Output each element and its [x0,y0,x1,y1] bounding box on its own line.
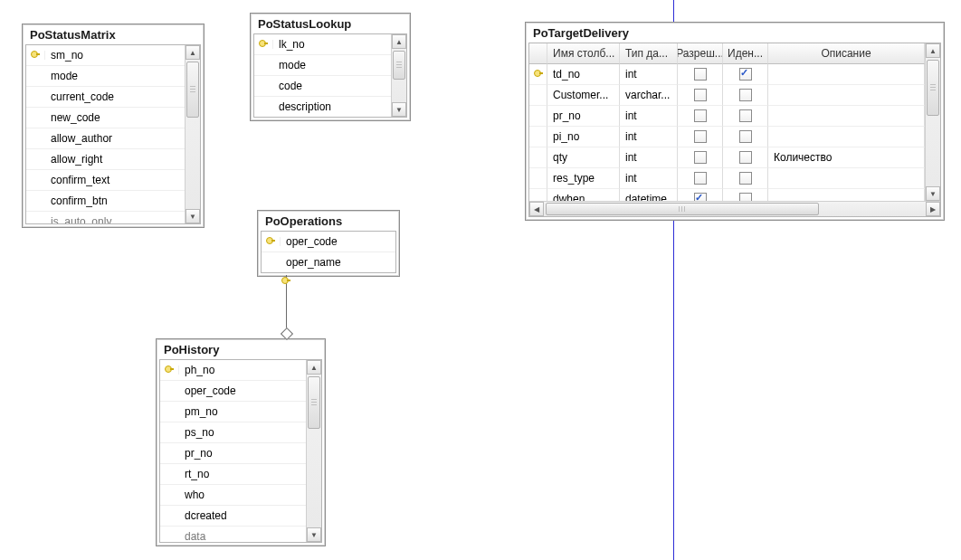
grid-cell-type[interactable]: int [620,147,678,168]
entity-postatuslookup[interactable]: PoStatusLookup lk_no mode code descripti… [250,13,411,121]
scroll-down-button[interactable]: ▼ [186,209,200,223]
grid-row[interactable]: qty int Количество [529,147,925,168]
grid-cell-name[interactable]: qty [547,147,620,168]
grid-header-nullable[interactable]: Разреш... [678,43,723,64]
grid-header-identity[interactable]: Иден... [723,43,768,64]
grid-cell-type[interactable]: varchar... [620,85,678,106]
grid-cell-type[interactable]: int [620,127,678,147]
table-row[interactable]: allow_right [26,149,185,170]
checkbox-identity[interactable] [739,193,752,201]
grid-cell-desc[interactable] [768,189,925,201]
grid-cell-type[interactable]: datetime [620,189,678,201]
scroll-right-button[interactable]: ▶ [926,202,940,216]
scroll-thumb[interactable] [393,51,405,80]
grid-cell-desc[interactable] [768,127,925,147]
table-row[interactable]: confirm_text [26,170,185,191]
grid-cell-name[interactable]: pr_no [547,106,620,127]
checkbox-identity[interactable] [739,89,752,101]
scroll-up-button[interactable]: ▲ [392,34,406,49]
table-row[interactable]: oper_code [262,232,395,252]
column-list[interactable]: sm_no mode current_code new_code allow_a… [26,45,185,223]
grid-header-cell[interactable] [529,43,547,64]
checkbox-nullable[interactable] [694,109,707,122]
grid-cell-desc[interactable] [768,168,925,189]
entity-pohistory[interactable]: PoHistory ph_no oper_code pm_no ps_no pr… [156,338,326,546]
grid-cell-desc[interactable] [768,106,925,127]
table-row[interactable]: pm_no [160,402,306,422]
scroll-down-button[interactable]: ▼ [926,186,940,201]
grid-cell-type[interactable]: int [620,106,678,127]
entity-pooperations[interactable]: PoOperations oper_code oper_name [257,210,400,277]
table-row[interactable]: ph_no [160,360,306,381]
table-row[interactable]: allow_author [26,128,185,149]
scrollbar-vertical[interactable]: ▲ ▼ [306,360,321,542]
grid-row[interactable]: pr_no int [529,106,925,127]
checkbox-identity[interactable] [739,109,752,122]
scroll-thumb[interactable] [927,60,939,116]
grid-row[interactable]: Customer... varchar... [529,85,925,106]
table-row[interactable]: current_code [26,87,185,108]
column-list[interactable]: oper_code oper_name [262,232,395,272]
scroll-down-button[interactable]: ▼ [307,527,321,542]
scroll-thumb[interactable] [308,376,320,429]
scrollbar-vertical[interactable]: ▲ ▼ [925,43,940,201]
table-row[interactable]: ps_no [160,422,306,443]
scrollbar-vertical[interactable]: ▲ ▼ [391,34,406,117]
checkbox-identity[interactable] [739,68,752,81]
grid-table[interactable]: Имя столб... Тип да... Разреш... Иден...… [529,43,925,201]
scroll-thumb[interactable] [186,62,199,118]
table-row[interactable]: description [254,97,391,117]
grid-cell-name[interactable]: res_type [547,168,620,189]
entity-postatusmatrix[interactable]: PoStatusMatrix sm_no mode current_code n… [22,24,205,228]
grid-cell-name[interactable]: Customer... [547,85,620,106]
grid-potargetdelivery[interactable]: PoTargetDelivery Имя столб... Тип да... … [525,22,945,221]
scrollbar-horizontal[interactable]: ◀ ▶ [529,201,940,216]
checkbox-identity[interactable] [739,151,752,164]
checkbox-identity[interactable] [739,130,752,143]
grid-cell-name[interactable]: td_no [547,64,620,85]
column-list[interactable]: lk_no mode code description [254,34,391,117]
grid-header-name[interactable]: Имя столб... [547,43,620,64]
table-row[interactable]: who [160,485,306,506]
checkbox-nullable[interactable] [694,68,707,81]
checkbox-nullable[interactable] [694,193,707,201]
table-row[interactable]: pr_no [160,443,306,464]
scroll-up-button[interactable]: ▲ [307,360,321,375]
scroll-up-button[interactable]: ▲ [186,45,200,60]
table-row[interactable]: dcreated [160,506,306,527]
grid-cell-desc[interactable]: Количество [768,147,925,168]
table-row[interactable]: confirm_btn [26,191,185,212]
grid-row[interactable]: dwhen datetime [529,189,925,201]
table-row[interactable]: code [254,76,391,97]
scroll-down-button[interactable]: ▼ [392,102,406,117]
grid-row[interactable]: res_type int [529,168,925,189]
checkbox-nullable[interactable] [694,89,707,101]
checkbox-nullable[interactable] [694,172,707,185]
checkbox-identity[interactable] [739,172,752,185]
column-list[interactable]: ph_no oper_code pm_no ps_no pr_no rt_no … [160,360,306,542]
scroll-thumb[interactable] [546,203,819,215]
table-row[interactable]: sm_no [26,45,185,66]
table-row[interactable]: new_code [26,108,185,128]
table-row[interactable]: mode [26,66,185,87]
grid-header-type[interactable]: Тип да... [620,43,678,64]
checkbox-nullable[interactable] [694,130,707,143]
grid-row[interactable]: td_no int [529,64,925,85]
grid-cell-name[interactable]: pi_no [547,127,620,147]
grid-cell-type[interactable]: int [620,64,678,85]
grid-cell-desc[interactable] [768,85,925,106]
table-row[interactable]: data [160,527,306,542]
grid-row[interactable]: pi_no int [529,127,925,147]
table-row[interactable]: lk_no [254,34,391,55]
table-row[interactable]: oper_code [160,381,306,402]
grid-cell-desc[interactable] [768,64,925,85]
scrollbar-vertical[interactable]: ▲ ▼ [185,45,200,223]
table-row[interactable]: is_auto_only [26,212,185,223]
grid-cell-type[interactable]: int [620,168,678,189]
checkbox-nullable[interactable] [694,151,707,164]
scroll-up-button[interactable]: ▲ [926,43,940,58]
scroll-left-button[interactable]: ◀ [529,202,544,216]
table-row[interactable]: mode [254,55,391,76]
table-row[interactable]: oper_name [262,252,395,272]
grid-header-desc[interactable]: Описание [768,43,925,64]
